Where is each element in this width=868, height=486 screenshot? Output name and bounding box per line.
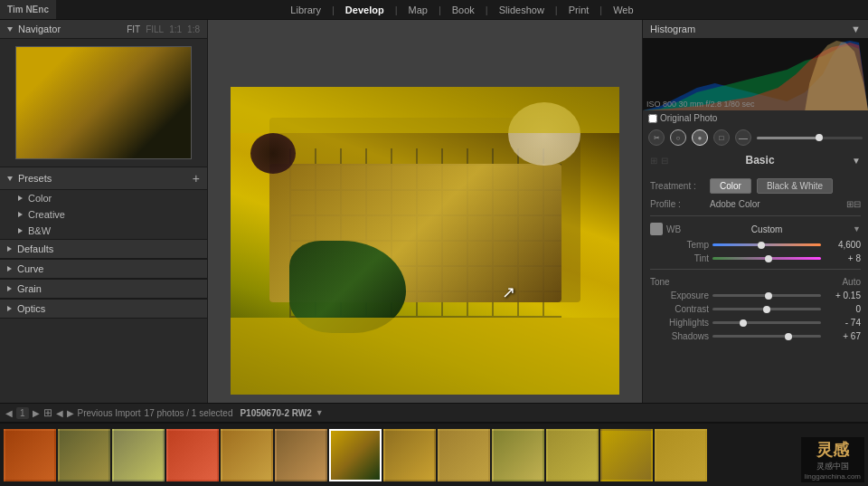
nav-web[interactable]: Web: [602, 0, 644, 20]
tint-slider[interactable]: [712, 257, 821, 260]
defaults-toggle-icon: [7, 246, 12, 252]
curve-label: Curve: [17, 263, 43, 274]
presets-title: Presets: [18, 173, 52, 184]
film-thumb-2[interactable]: [58, 429, 110, 481]
histogram-info: ISO 800 30 mm f/2.8 1/80 sec: [646, 100, 755, 109]
tint-slider-thumb[interactable]: [765, 255, 772, 262]
grain-label: Grain: [17, 283, 42, 294]
topbar: Tim NEnc Library | Develop | Map | Book …: [0, 0, 868, 20]
histogram-chevron[interactable]: ▼: [851, 24, 861, 34]
wb-chevron[interactable]: ▼: [853, 224, 861, 233]
film-thumb-9[interactable]: [438, 429, 490, 481]
presets-add-button[interactable]: +: [193, 171, 200, 186]
optics-header[interactable]: Optics: [0, 299, 207, 319]
nav-book[interactable]: Book: [441, 0, 486, 20]
highlights-slider[interactable]: [712, 321, 821, 324]
filmstrip-filename-chevron[interactable]: ▼: [316, 408, 324, 417]
film-thumb-6[interactable]: [275, 429, 327, 481]
treatment-bw-button[interactable]: Black & White: [757, 178, 833, 194]
film-thumb-5[interactable]: [221, 429, 273, 481]
original-photo-container[interactable]: Original Photo: [643, 110, 868, 126]
presets-toggle-icon: [7, 176, 13, 181]
1to1-button[interactable]: 1:1: [169, 24, 182, 34]
exposure-label: Exposure: [650, 291, 709, 300]
shadows-slider[interactable]: [712, 335, 821, 338]
gradient-tool[interactable]: □: [713, 129, 730, 146]
filmstrip-count-btn[interactable]: 1: [16, 407, 29, 419]
preset-creative[interactable]: Creative: [0, 206, 207, 223]
film-thumb-1[interactable]: [4, 429, 56, 481]
film-thumb-11[interactable]: [546, 429, 599, 481]
optics-toggle-icon: [7, 306, 12, 311]
preset-bw[interactable]: B&W: [0, 223, 207, 239]
filmstrip-nav-prev[interactable]: ◀: [56, 408, 63, 418]
panel-slider[interactable]: [757, 137, 863, 139]
navigator-header: Navigator FIT FILL 1:1 1:8: [0, 20, 207, 39]
crop-tool[interactable]: ✂: [648, 129, 665, 146]
film-thumb-3[interactable]: [112, 429, 165, 481]
redeye-tool[interactable]: ●: [692, 129, 708, 146]
fill-button[interactable]: FILL: [146, 24, 164, 34]
film-thumb-12[interactable]: [600, 429, 653, 481]
original-photo-label: Original Photo: [660, 113, 717, 123]
presets-header[interactable]: Presets +: [0, 167, 207, 190]
navigator-toggle-icon[interactable]: [7, 27, 13, 32]
basic-panel-title: Basic: [746, 154, 775, 167]
filmstrip-nav-next[interactable]: ▶: [67, 408, 74, 418]
curve-header[interactable]: Curve: [0, 259, 207, 279]
grid-view-btn[interactable]: ⊞: [43, 406, 52, 419]
grain-header[interactable]: Grain: [0, 279, 207, 299]
histogram-title: Histogram: [650, 24, 695, 34]
adjustment-brush[interactable]: —: [735, 129, 751, 146]
navigator-thumb-image: [16, 47, 191, 158]
eyedropper-icon[interactable]: [650, 223, 663, 235]
zoom-button[interactable]: 1:8: [187, 24, 200, 34]
exposure-slider-row: Exposure + 0.15: [650, 289, 861, 302]
basic-panel-chevron[interactable]: ▼: [852, 156, 861, 166]
treatment-color-button[interactable]: Color: [710, 178, 751, 194]
defaults-header[interactable]: Defaults: [0, 239, 207, 259]
nav-slideshow[interactable]: Slideshow: [488, 0, 555, 20]
contrast-slider-thumb[interactable]: [763, 306, 770, 313]
tone-auto-button[interactable]: Auto: [842, 277, 861, 287]
temp-slider-row: Temp 4,600: [650, 238, 861, 252]
healing-tool[interactable]: ○: [670, 129, 686, 146]
nav-library[interactable]: Library: [279, 0, 332, 20]
filmstrip-nav-right[interactable]: ▶: [33, 408, 40, 418]
filmstrip-info: 17 photos / 1 selected: [145, 408, 233, 418]
tint-slider-row: Tint + 8: [650, 252, 861, 265]
film-thumb-10[interactable]: [492, 429, 544, 481]
treatment-row: Treatment : Color Black & White: [650, 176, 861, 196]
nav-print[interactable]: Print: [558, 0, 600, 20]
film-thumb-7[interactable]: [329, 429, 382, 481]
filmstrip-bar: ◀ 1 ▶ ⊞ ◀ ▶ Previous Import 17 photos / …: [0, 403, 868, 423]
exposure-slider-thumb[interactable]: [765, 292, 772, 300]
app-logo-text: Tim NEnc: [7, 5, 49, 14]
original-photo-checkbox[interactable]: [648, 114, 657, 123]
preset-color[interactable]: Color: [0, 190, 207, 206]
navigator-thumbnail[interactable]: [15, 46, 192, 159]
filmstrip-nav-left[interactable]: ◀: [5, 408, 13, 418]
histogram-header: Histogram ▼: [643, 20, 868, 38]
profile-icon[interactable]: ⊞⊟: [846, 199, 861, 209]
panel-slider-thumb[interactable]: [816, 134, 823, 141]
film-thumb-13[interactable]: [655, 429, 707, 481]
wb-label: WB: [666, 224, 681, 234]
contrast-slider[interactable]: [712, 308, 821, 310]
nav-map[interactable]: Map: [397, 0, 438, 20]
temp-slider-thumb[interactable]: [758, 242, 765, 249]
fit-button[interactable]: FIT: [127, 24, 140, 34]
defaults-label: Defaults: [17, 243, 53, 254]
contrast-value: 0: [825, 304, 861, 314]
wb-value[interactable]: Custom: [751, 224, 782, 234]
film-thumb-4[interactable]: [166, 429, 219, 481]
nav-develop[interactable]: Develop: [335, 0, 395, 20]
histogram-section: Histogram ▼ ISO 800 30 mm f/2.8 1/80: [643, 20, 868, 149]
temp-slider[interactable]: [712, 243, 821, 246]
highlights-slider-thumb[interactable]: [740, 319, 747, 327]
film-thumb-8[interactable]: [383, 429, 436, 481]
filmstrip: 灵感 灵感中国 lingganchina.com: [0, 423, 868, 486]
exposure-slider[interactable]: [712, 294, 821, 297]
shadows-slider-thumb[interactable]: [785, 333, 792, 340]
profile-label: Profile :: [650, 199, 704, 209]
